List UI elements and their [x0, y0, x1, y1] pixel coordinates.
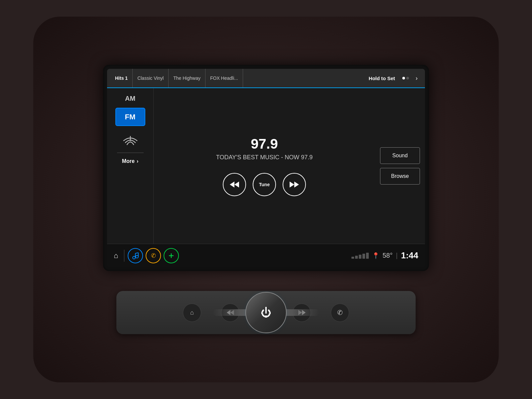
sound-button[interactable]: Sound [380, 147, 420, 164]
right-sidebar: Sound Browse [375, 88, 425, 244]
location-icon: 📍 [372, 252, 379, 259]
preset-hits1[interactable]: Hits 1 [110, 69, 133, 87]
forward-button[interactable] [283, 173, 306, 196]
preset-highway[interactable]: The Highway [169, 69, 205, 87]
center-content: 97.9 TODAY'S BEST MUSIC - NOW 97.9 Tune [154, 88, 375, 244]
phys-phone-button[interactable]: ✆ [331, 304, 349, 322]
svg-marker-4 [294, 182, 299, 188]
left-sidebar: AM FM [107, 88, 154, 244]
hold-to-set-label[interactable]: Hold to Set [364, 75, 400, 81]
power-knob[interactable]: ⏻ [249, 296, 283, 329]
main-content: AM FM [107, 88, 425, 244]
presets-chevron[interactable]: › [412, 73, 422, 83]
signal-bar-1 [351, 257, 354, 259]
signal-bar-4 [362, 254, 365, 259]
station-name: TODAY'S BEST MUSIC - NOW 97.9 [216, 154, 313, 161]
sidebar-divider [117, 153, 144, 153]
temperature-display: 58° [383, 252, 393, 259]
svg-marker-1 [230, 182, 234, 188]
preset-classic-vinyl[interactable]: Classic Vinyl [133, 69, 169, 87]
satellite-icon[interactable] [120, 133, 140, 147]
dot-2 [406, 77, 409, 79]
status-home-icon[interactable]: ⌂ [114, 251, 118, 260]
power-icon: ⏻ [261, 307, 271, 319]
svg-marker-3 [290, 182, 294, 188]
status-divider-1 [124, 250, 124, 262]
more-button[interactable]: More › [122, 158, 139, 164]
phys-phone-icon: ✆ [337, 309, 343, 317]
fm-button[interactable]: FM [115, 108, 145, 126]
physical-controls: ⌂ ⏻ ✆ [116, 291, 416, 334]
dot-1 [402, 77, 405, 79]
car-panel: Hits 1 Classic Vinyl The Highway FOX Hea… [33, 17, 499, 382]
phys-home-button[interactable]: ⌂ [183, 304, 201, 322]
status-bar: ⌂ ✆ [107, 244, 425, 267]
music-icon-button[interactable] [128, 248, 143, 263]
browse-button[interactable]: Browse [380, 168, 420, 185]
signal-bar-3 [359, 255, 361, 259]
svg-line-8 [135, 253, 138, 253]
time-display: 1:44 [401, 250, 418, 261]
rewind-button[interactable] [223, 173, 246, 196]
station-frequency: 97.9 [251, 136, 278, 152]
presets-bar: Hits 1 Classic Vinyl The Highway FOX Hea… [107, 69, 425, 88]
dots-indicator [400, 77, 412, 79]
am-button[interactable]: AM [125, 95, 135, 102]
phys-home-icon: ⌂ [190, 309, 194, 316]
more-chevron-icon: › [137, 158, 138, 164]
signal-bar-2 [355, 256, 358, 259]
svg-marker-2 [234, 182, 239, 188]
screen: Hits 1 Classic Vinyl The Highway FOX Hea… [107, 69, 425, 267]
playback-controls: Tune [223, 173, 306, 196]
preset-fox[interactable]: FOX Headli... [205, 69, 243, 87]
svg-point-5 [133, 256, 135, 259]
signal-bars [351, 253, 369, 259]
time-separator: | [396, 252, 398, 259]
status-info: 📍 58° | 1:44 [351, 250, 419, 261]
phone-icon-button[interactable]: ✆ [146, 248, 161, 263]
signal-bar-5 [366, 253, 369, 259]
phone-icon: ✆ [151, 252, 156, 259]
more-label: More [122, 158, 135, 164]
screen-bezel: Hits 1 Classic Vinyl The Highway FOX Hea… [103, 65, 429, 271]
apps-icon-button[interactable] [164, 248, 179, 263]
tune-button[interactable]: Tune [253, 173, 276, 196]
svg-point-6 [136, 255, 138, 258]
